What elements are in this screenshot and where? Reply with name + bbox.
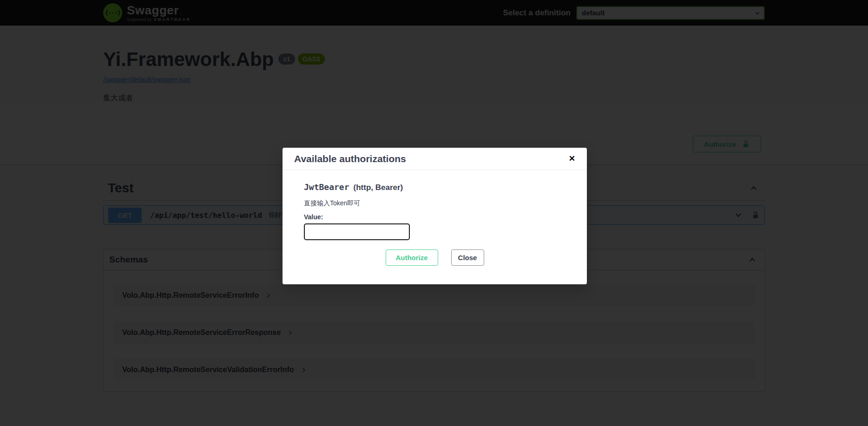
auth-scheme-name: JwtBearer [304, 182, 349, 192]
authorizations-modal: Available authorizations ✕ JwtBearer (ht… [283, 148, 587, 284]
value-label: Value: [304, 213, 566, 221]
modal-close-button[interactable]: Close [451, 249, 484, 266]
close-icon[interactable]: ✕ [569, 154, 575, 164]
token-value-input[interactable] [304, 223, 410, 240]
modal-title: Available authorizations [294, 153, 406, 164]
auth-scheme-description: 直接输入Token即可 [304, 199, 566, 208]
auth-scheme-type: (http, Bearer) [354, 183, 403, 192]
modal-authorize-button[interactable]: Authorize [386, 249, 438, 266]
